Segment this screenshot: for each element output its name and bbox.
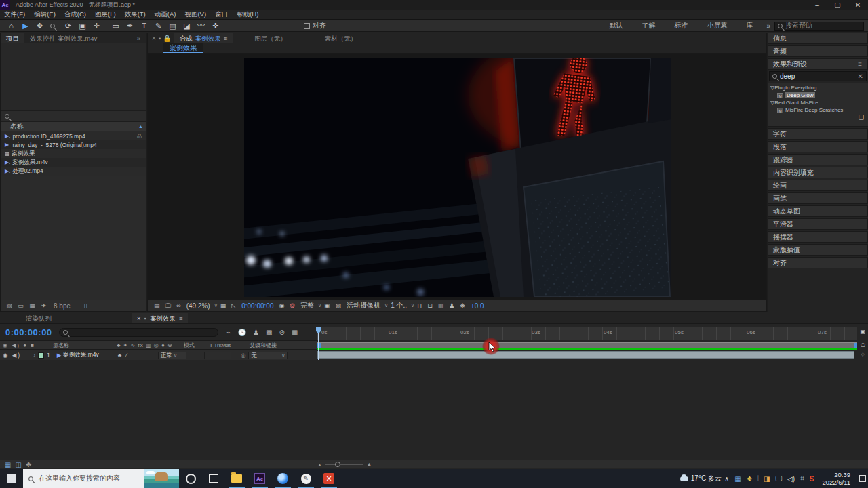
zoom-in-mountain-icon[interactable]: ▲: [366, 461, 372, 468]
menu-view[interactable]: 视图(V): [184, 10, 206, 19]
after-effects-taskbar-button[interactable]: Ae: [248, 469, 271, 488]
clock[interactable]: 20:39 2022/6/11: [822, 471, 850, 486]
project-bit-depth[interactable]: 8 bpc: [54, 302, 70, 310]
layer-end-icon[interactable]: ♢: [861, 352, 865, 358]
fast-preview-icon[interactable]: ⊡: [427, 302, 433, 309]
project-name-header[interactable]: 名称 ▲: [1, 122, 146, 131]
project-item[interactable]: ▶. production ID_4169275.mp4 品: [1, 131, 146, 140]
menu-layer[interactable]: 图层(L): [95, 10, 116, 19]
flowchart-icon[interactable]: ▤: [154, 302, 160, 309]
task-view-button[interactable]: [202, 469, 225, 488]
effects-group[interactable]: ▽Red Giant MisFire: [768, 99, 868, 106]
tray-color-icon[interactable]: ❖: [747, 475, 753, 483]
weather-widget[interactable]: 17°C 多云: [680, 474, 722, 483]
clone-stamp-tool-icon[interactable]: ▤: [165, 20, 180, 31]
tab-composition[interactable]: 合成 案例效果 ≡: [174, 33, 233, 43]
pen-tool-icon[interactable]: ✒: [123, 20, 137, 31]
create-preset-icon[interactable]: ❏: [859, 114, 864, 123]
tab-timeline-comp[interactable]: × ▪ 案例效果 ≡: [132, 313, 188, 323]
adjust-icon[interactable]: ✈: [38, 302, 50, 309]
interpret-footage-icon[interactable]: ▧: [3, 302, 15, 309]
selection-tool-icon[interactable]: ▶: [18, 20, 33, 31]
zoom-tool-icon[interactable]: [47, 20, 61, 31]
menu-help[interactable]: 帮助(H): [237, 10, 258, 19]
mode-column[interactable]: 模式: [184, 342, 195, 349]
new-folder-icon[interactable]: ▭: [15, 302, 26, 309]
menu-animation[interactable]: 动画(A): [155, 10, 176, 19]
panel-align[interactable]: 对齐: [768, 257, 868, 268]
tray-expand-icon[interactable]: ∧: [724, 475, 729, 483]
trkmat-column[interactable]: T TrkMat: [210, 342, 231, 348]
panel-audio[interactable]: 音频: [768, 45, 868, 57]
search-highlights-image[interactable]: [144, 469, 179, 488]
panel-paragraph[interactable]: 段落: [768, 141, 868, 152]
draft-3d-icon[interactable]: 🕒: [238, 329, 246, 336]
brush-tool-icon[interactable]: ✎: [151, 20, 165, 31]
hide-shy-layers-icon[interactable]: ♟: [253, 329, 259, 336]
tray-volume-icon[interactable]: ◁): [787, 475, 795, 483]
blend-mode-dropdown[interactable]: 正常∨: [158, 352, 186, 359]
parent-link-column[interactable]: 父级和链接: [250, 342, 277, 349]
help-search-input[interactable]: 搜索帮助: [774, 22, 864, 30]
panel-motion-sketch[interactable]: 动态草图: [768, 205, 868, 217]
layer-duration-bar[interactable]: [317, 351, 854, 359]
effects-search-input[interactable]: deep ✕: [769, 71, 867, 81]
panel-info[interactable]: 信息: [768, 33, 868, 44]
trkmat-dropdown[interactable]: [204, 352, 231, 359]
camera-dropdown[interactable]: 活动摄像机: [347, 301, 380, 310]
comp-flowchart-icon[interactable]: ♟: [449, 302, 454, 309]
effects-item[interactable]: M Deep Glow: [768, 92, 868, 99]
panel-effects-presets[interactable]: 效果和预设 ≡: [768, 58, 868, 70]
grid-guides-icon[interactable]: ▦: [220, 302, 226, 309]
project-item[interactable]: ▶. 处理02.mp4: [1, 167, 146, 176]
project-item[interactable]: ▶. rainy_day_-_5278 (Original).mp4: [1, 140, 146, 149]
tab-project[interactable]: 项目: [1, 33, 24, 43]
panel-smoother[interactable]: 平滑器: [768, 218, 868, 230]
ruler-icon[interactable]: ◺: [231, 302, 236, 309]
panel-mask-interpolation[interactable]: 蒙版插值: [768, 244, 868, 256]
tray-phone-icon[interactable]: ⌗: [800, 474, 804, 483]
panel-overflow-icon[interactable]: »: [132, 33, 146, 43]
region-of-interest-icon[interactable]: ▣: [324, 302, 330, 309]
expand-in-out-icon[interactable]: ✥: [26, 461, 31, 468]
panel-menu-icon[interactable]: ≡: [858, 60, 862, 68]
layer-switches[interactable]: ♣ ∕: [118, 352, 128, 359]
time-ruler[interactable]: 0s 01s 02s 03s 04s 05s 06s 07s: [317, 327, 857, 340]
cortana-button[interactable]: [179, 469, 202, 488]
magnification-dropdown[interactable]: (49.2%): [186, 302, 210, 310]
work-area-bar[interactable]: [317, 342, 857, 348]
timeline-jump-icon[interactable]: ▥: [438, 302, 444, 309]
expand-layer-icon[interactable]: ›: [33, 352, 35, 359]
menu-composition[interactable]: 合成(C): [64, 10, 86, 19]
sort-arrow-icon[interactable]: ▲: [138, 124, 143, 129]
panel-menu-icon[interactable]: ≡: [224, 33, 228, 43]
lock-icon[interactable]: ▪ 🔒: [159, 35, 172, 42]
menu-effect[interactable]: 效果(T): [125, 10, 146, 19]
zoom-slider-knob[interactable]: [335, 462, 340, 467]
effects-item[interactable]: M MisFire Deep Scratches: [768, 106, 868, 114]
workspace-small-screen[interactable]: 小屏幕: [707, 21, 727, 30]
panel-brushes[interactable]: 画笔: [768, 192, 868, 204]
current-timecode[interactable]: 0:00:00:00: [5, 327, 52, 338]
rotate-tool-icon[interactable]: ⟳: [61, 20, 75, 31]
start-button[interactable]: [0, 469, 23, 488]
resolution-dropdown[interactable]: 完整: [300, 301, 314, 310]
exposure-value[interactable]: +0.0: [471, 302, 484, 310]
panel-content-aware-fill[interactable]: 内容识别填充: [768, 167, 868, 178]
parent-pickwhip-icon[interactable]: ◎: [241, 352, 245, 359]
clear-search-icon[interactable]: ✕: [858, 73, 863, 80]
timeline-search-input[interactable]: [59, 328, 218, 337]
snapshot-icon[interactable]: ◉: [279, 302, 284, 309]
tab-render-queue[interactable]: 渲染队列: [20, 313, 57, 323]
show-channel-icon[interactable]: ❂: [290, 302, 295, 309]
type-tool-icon[interactable]: T: [137, 20, 151, 31]
menu-edit[interactable]: 编辑(E): [34, 10, 56, 19]
align-toggle[interactable]: 对齐: [304, 21, 326, 30]
comp-button-icon[interactable]: ⬠: [861, 342, 865, 348]
shape-tool-icon[interactable]: ▭: [108, 20, 123, 31]
layer-color-swatch[interactable]: [38, 352, 44, 359]
panel-character[interactable]: 字符: [768, 128, 868, 140]
workspace-standard[interactable]: 标准: [674, 21, 688, 30]
trash-icon[interactable]: ▯: [79, 302, 91, 309]
comp-navigator-chip[interactable]: 案例效果: [163, 43, 203, 53]
